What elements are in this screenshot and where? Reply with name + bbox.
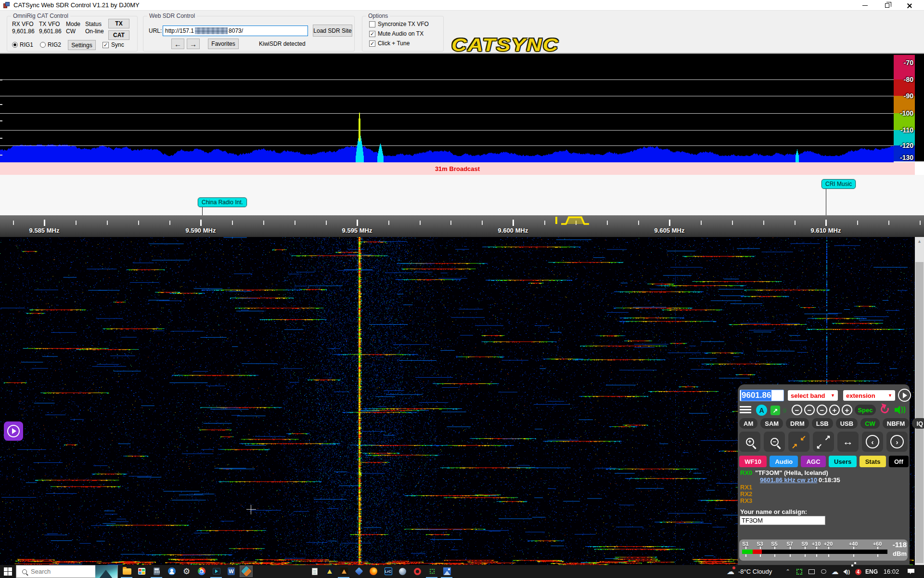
- passband-marker[interactable]: [549, 215, 595, 226]
- users-button[interactable]: Users: [829, 456, 857, 467]
- station-label-china-radio[interactable]: China Radio Int.: [198, 197, 247, 207]
- taskbar-icon-affinity-photo[interactable]: [323, 565, 336, 577]
- option-checkbox-2[interactable]: ✓Click + Tune: [369, 40, 410, 47]
- mode-button-sam[interactable]: SAM: [760, 418, 783, 429]
- next-station-button[interactable]: ›: [886, 432, 908, 452]
- zoom-out-button[interactable]: −: [764, 432, 785, 452]
- taskbar-search[interactable]: [16, 565, 118, 578]
- option-checkbox-0[interactable]: Syncronize TX VFO: [369, 21, 429, 27]
- off-button[interactable]: Off: [889, 456, 909, 467]
- load-sdr-button[interactable]: Load SDR Site: [313, 25, 352, 37]
- page-scroll-button[interactable]: ↔: [837, 432, 859, 452]
- mode-button-am[interactable]: AM: [739, 418, 757, 429]
- tray-sync-icon[interactable]: [818, 565, 829, 578]
- mode-button-usb[interactable]: USB: [836, 418, 858, 429]
- weather-temperature[interactable]: -8°C Cloudy: [738, 565, 783, 578]
- taskbar-icon-gimp[interactable]: [425, 565, 438, 577]
- taskbar-icon-catsync[interactable]: [240, 565, 253, 577]
- tray-clock[interactable]: 16:02: [882, 565, 901, 578]
- tray-network-icon[interactable]: [806, 565, 817, 578]
- taskbar-icon-sphere[interactable]: [396, 565, 409, 577]
- mode-button-cw[interactable]: CW: [860, 418, 880, 429]
- agc-button[interactable]: AGC: [801, 456, 825, 467]
- taskbar-icon-settings[interactable]: ⚙: [180, 565, 193, 577]
- tray-notification-badge[interactable]: 4: [853, 565, 863, 578]
- taskbar-icon-firefox[interactable]: [367, 565, 380, 577]
- sync-checkbox[interactable]: ✓Sync: [103, 41, 124, 48]
- wf-plus-button-1[interactable]: +: [829, 405, 840, 415]
- scrollbar-thumb[interactable]: [915, 262, 924, 563]
- taskbar-icon-photos[interactable]: [440, 565, 453, 577]
- wf-min-button-1[interactable]: −: [792, 405, 802, 415]
- mode-button-nbfm[interactable]: NBFM: [883, 418, 910, 429]
- cat-button[interactable]: CAT: [108, 30, 129, 40]
- taskbar-icon-word[interactable]: W: [225, 565, 238, 577]
- tray-volume-icon[interactable]: )): [841, 565, 852, 578]
- favorites-button[interactable]: Favorites: [208, 39, 239, 49]
- autoscale-button[interactable]: A: [756, 405, 767, 416]
- tx-button[interactable]: TX: [108, 19, 129, 28]
- weather-icon[interactable]: ☁: [724, 565, 737, 578]
- waterfall-scrollbar[interactable]: ▲: [915, 237, 924, 565]
- rig1-radio[interactable]: RIG1: [12, 41, 33, 48]
- zoom-max-out-button[interactable]: ↗↙: [813, 432, 834, 452]
- wf-plus-button-2[interactable]: +: [842, 405, 852, 415]
- taskbar-icon-notepad[interactable]: [308, 565, 321, 577]
- option-checkbox-1[interactable]: ✓Mute Audio on TX: [369, 30, 424, 37]
- prev-station-button[interactable]: ‹: [862, 432, 883, 452]
- frequency-input[interactable]: 9601.86: [740, 390, 784, 401]
- settings-button[interactable]: Settings: [68, 40, 96, 50]
- tray-language[interactable]: ENG: [864, 565, 879, 578]
- restore-button[interactable]: [879, 0, 895, 11]
- rx0-frequency-link[interactable]: 9601.86 kHz cw z10: [760, 476, 817, 484]
- audio-play-overlay-button[interactable]: [4, 421, 23, 441]
- rig2-radio[interactable]: RIG2: [40, 41, 61, 48]
- action-center-icon[interactable]: [904, 565, 918, 578]
- mode-button-drm[interactable]: DRM: [786, 418, 809, 429]
- tray-chevron-up-icon[interactable]: ⌃: [783, 565, 792, 578]
- search-weather-thumbnail[interactable]: [95, 565, 117, 578]
- search-input[interactable]: [31, 568, 95, 575]
- taskbar-icon-explorer[interactable]: [120, 565, 133, 577]
- taskbar-icon-opera[interactable]: [411, 565, 424, 577]
- wf-min-button-2[interactable]: −: [804, 405, 815, 415]
- extension-dropdown[interactable]: extension▼: [843, 390, 895, 401]
- taskbar-icon-chrome[interactable]: [195, 565, 208, 577]
- menu-icon[interactable]: [740, 406, 751, 407]
- wf-min-button-3[interactable]: −: [817, 405, 827, 415]
- forward-button[interactable]: →: [187, 39, 200, 49]
- audio-start-button[interactable]: [898, 389, 911, 402]
- zoom-to-band-button[interactable]: ↙↗: [788, 432, 809, 452]
- start-button[interactable]: [4, 567, 12, 576]
- wf10-button[interactable]: WF10: [739, 456, 767, 467]
- s-meter-scale-label: S5: [771, 541, 777, 547]
- mode-button-lsb[interactable]: LSB: [812, 418, 833, 429]
- spec-toggle-button[interactable]: Spec: [855, 405, 876, 415]
- select-band-dropdown[interactable]: select band▼: [788, 390, 838, 401]
- speaker-icon[interactable]: )): [895, 405, 908, 415]
- wf-auto-button[interactable]: ↗: [770, 406, 780, 415]
- back-button[interactable]: ←: [171, 39, 184, 49]
- mode-button-iq[interactable]: IQ: [912, 418, 924, 429]
- taskbar-icon-gem[interactable]: [352, 565, 365, 577]
- spectrum-canvas[interactable]: [0, 55, 894, 162]
- tray-onedrive-icon[interactable]: ☁: [830, 565, 840, 578]
- url-input[interactable]: http://157.18073/: [163, 26, 308, 36]
- tray-gimp-icon[interactable]: [794, 565, 805, 578]
- refresh-icon[interactable]: [879, 404, 890, 415]
- scrollbar-up-icon[interactable]: ▲: [915, 237, 924, 245]
- station-label-cri-music[interactable]: CRI Music: [821, 179, 856, 189]
- callsign-input[interactable]: [740, 516, 825, 525]
- audio-button[interactable]: Audio: [770, 456, 798, 467]
- stats-button[interactable]: Stats: [860, 456, 886, 467]
- frequency-scale[interactable]: 9.585 MHz9.590 MHz9.595 MHz9.600 MHz9.60…: [0, 215, 924, 237]
- taskbar-icon-affinity-designer[interactable]: [337, 565, 350, 577]
- taskbar-icon-store[interactable]: [135, 565, 148, 577]
- taskbar-icon-movies[interactable]: [210, 565, 223, 577]
- zoom-in-button[interactable]: +: [739, 432, 760, 452]
- minimize-button[interactable]: [857, 0, 873, 11]
- taskbar-icon-lightroom[interactable]: LrC: [382, 565, 395, 577]
- taskbar-icon-calculator[interactable]: [150, 565, 163, 577]
- taskbar-icon-people[interactable]: [165, 565, 178, 577]
- close-button[interactable]: [901, 0, 917, 11]
